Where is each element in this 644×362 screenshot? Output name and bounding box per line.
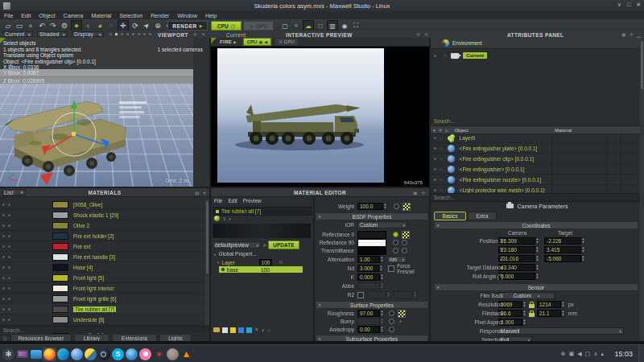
- close-button[interactable]: ✕: [636, 1, 641, 9]
- menu-camera[interactable]: Camera: [64, 13, 84, 19]
- target-distance-field[interactable]: 43.340: [498, 264, 535, 271]
- cloud-render-icon[interactable]: ☁: [303, 20, 314, 31]
- spinner[interactable]: ▲▼: [535, 255, 539, 262]
- weight-texture-icon[interactable]: [402, 203, 411, 211]
- delete-icon[interactable]: ✕: [254, 327, 259, 333]
- file-manager-icon[interactable]: [29, 348, 43, 361]
- gimp-icon[interactable]: [166, 348, 180, 361]
- menu-help[interactable]: Help: [205, 13, 217, 19]
- render-image[interactable]: [217, 48, 384, 183]
- transmittance-map-radio[interactable]: [393, 248, 398, 253]
- tree-base-row-selected[interactable]: base 100: [219, 266, 303, 273]
- spinner[interactable]: ▲▼: [380, 274, 384, 281]
- pink-app-icon[interactable]: [138, 348, 152, 361]
- spinner[interactable]: ▲▼: [561, 301, 565, 308]
- material-editor-pin-icon[interactable]: ✛: [422, 190, 426, 195]
- menu-material[interactable]: Material: [91, 13, 111, 19]
- bsdf-add-icon[interactable]: [222, 327, 228, 333]
- nd-field[interactable]: 3.000: [357, 265, 379, 272]
- attributes-minimize-icon[interactable]: ▁: [637, 31, 641, 37]
- filmback-height-field[interactable]: 21.1: [537, 310, 561, 317]
- frame-icon[interactable]: □: [316, 21, 325, 31]
- weight-map-radio[interactable]: [394, 204, 399, 209]
- bbox-z-field[interactable]: Z Bbox: 0.028995: [0, 77, 193, 84]
- steam-icon[interactable]: [97, 348, 111, 361]
- selected-material-row[interactable]: Tire rubber alt [7]: [213, 207, 312, 216]
- viewport-close-icon[interactable]: ✕: [201, 31, 205, 37]
- anisotropy-field[interactable]: 0.00: [357, 326, 380, 333]
- zoom-in-icon[interactable]: ⊕: [153, 21, 163, 31]
- settings-gear-icon[interactable]: ⚙: [60, 21, 69, 31]
- rotate-tool-icon[interactable]: ⟳: [130, 21, 140, 31]
- tab-extra[interactable]: Extra: [468, 212, 497, 220]
- firefox-icon[interactable]: [43, 348, 56, 361]
- circle-icon[interactable]: ○: [267, 327, 270, 333]
- red-star-app-icon[interactable]: ✶: [152, 348, 166, 361]
- layers-icon[interactable]: ▥: [327, 20, 338, 31]
- preview-close-icon[interactable]: ✕: [424, 31, 428, 37]
- roughness-texture-icon[interactable]: [398, 310, 406, 318]
- spinner[interactable]: ▲▼: [581, 246, 585, 253]
- move-tool-icon[interactable]: ✛: [118, 20, 129, 31]
- material-row[interactable]: Fire ext handle [3]: [0, 252, 204, 262]
- display-settings-icon[interactable]: [15, 348, 29, 361]
- ior-dropdown[interactable]: Custom▾: [357, 221, 407, 228]
- material-column-header[interactable]: Material: [555, 128, 572, 133]
- roughness-field[interactable]: 97.00: [357, 310, 380, 317]
- preview-pin-icon[interactable]: ✛: [416, 31, 420, 37]
- material-tree-controls[interactable]: S▾: [214, 216, 231, 221]
- weight-field[interactable]: 100.0: [357, 203, 383, 210]
- position-y-camera-field[interactable]: 23.180: [498, 246, 535, 253]
- quad-view-icon[interactable]: ⁘: [106, 21, 116, 31]
- preview-scene-dropdown[interactable]: defaultpreview▾: [213, 241, 261, 249]
- materials-collapse-icon[interactable]: ▾: [204, 190, 206, 195]
- preview-gpu-toggle[interactable]: ⚙ GPU: [275, 38, 299, 46]
- material-row-selected[interactable]: Tire rubber alt [7]: [0, 304, 204, 315]
- folder-icon[interactable]: [213, 327, 220, 332]
- object-search[interactable]: Search...: [431, 193, 644, 202]
- vlc-icon[interactable]: ▲: [180, 348, 193, 361]
- object-row-layer0[interactable]: ∩ Layer0: [431, 133, 644, 143]
- reflectance0-texture-icon[interactable]: [402, 231, 410, 239]
- attributes-pin-icon[interactable]: ✛: [630, 31, 634, 37]
- tree-layer-row[interactable]: ▾ Layer 100 · N: [217, 259, 283, 265]
- coordinates-section-bar[interactable]: ▾Coordinates: [434, 221, 638, 229]
- reflectance0-map-radio[interactable]: [393, 232, 398, 237]
- fire-engine-button[interactable]: FIRE ▶: [220, 39, 237, 44]
- mat-menu-preview[interactable]: Preview: [243, 198, 262, 204]
- sensor-section-bar[interactable]: ▾Sensor: [434, 283, 638, 291]
- resolution-height-field[interactable]: 1214: [537, 301, 561, 308]
- spinner[interactable]: ▲▼: [561, 310, 565, 317]
- emitter-add-icon[interactable]: [230, 327, 236, 333]
- object-column-header[interactable]: Object: [454, 128, 468, 133]
- undo-icon[interactable]: ↶: [37, 21, 47, 31]
- material-preview-box[interactable]: [213, 224, 311, 238]
- reflectance90-map-radio[interactable]: [393, 240, 398, 245]
- spinner[interactable]: ▲▼: [535, 273, 539, 280]
- material-row[interactable]: Fire ext: [0, 241, 204, 252]
- tab-extensions[interactable]: Extensions: [112, 334, 157, 341]
- material-row[interactable]: Olive 2: [0, 220, 204, 231]
- attributes-float-icon[interactable]: ▣: [621, 31, 626, 37]
- tab-library[interactable]: Library: [74, 334, 109, 341]
- render-button[interactable]: RENDER ▶: [167, 21, 208, 31]
- object-row[interactable]: ∩ <Fire extinguisher plate> [0.0.0.1]: [431, 143, 644, 154]
- tab-resources-browser[interactable]: Resources Browser: [10, 334, 72, 341]
- preview-cpu-toggle[interactable]: CPU ▣ ◀: [243, 38, 271, 46]
- position-z-camera-field[interactable]: -31.016: [498, 255, 535, 262]
- position-y-target-field[interactable]: 3.415: [544, 246, 581, 253]
- attributes-scrollbar[interactable]: [640, 38, 644, 341]
- k-field[interactable]: 0.000: [357, 274, 380, 281]
- menu-window[interactable]: Window: [177, 13, 197, 19]
- spinner[interactable]: ▲▼: [380, 326, 384, 333]
- attenuation-field[interactable]: 1.00: [357, 256, 380, 263]
- spinner[interactable]: ▲▼: [380, 256, 384, 263]
- material-row[interactable]: Underside [8]: [0, 315, 204, 325]
- spinner[interactable]: ▲▼: [522, 301, 526, 308]
- environment-header[interactable]: Environment: [431, 38, 644, 49]
- reflectance0-swatch[interactable]: [357, 231, 386, 239]
- anisotropy-map-radio[interactable]: [389, 327, 394, 332]
- object-row[interactable]: ∩ <Fire extinguisher> [0.0.0.1]: [431, 164, 644, 175]
- spinner[interactable]: ▲▼: [522, 310, 526, 317]
- menu-render[interactable]: Render: [151, 13, 169, 19]
